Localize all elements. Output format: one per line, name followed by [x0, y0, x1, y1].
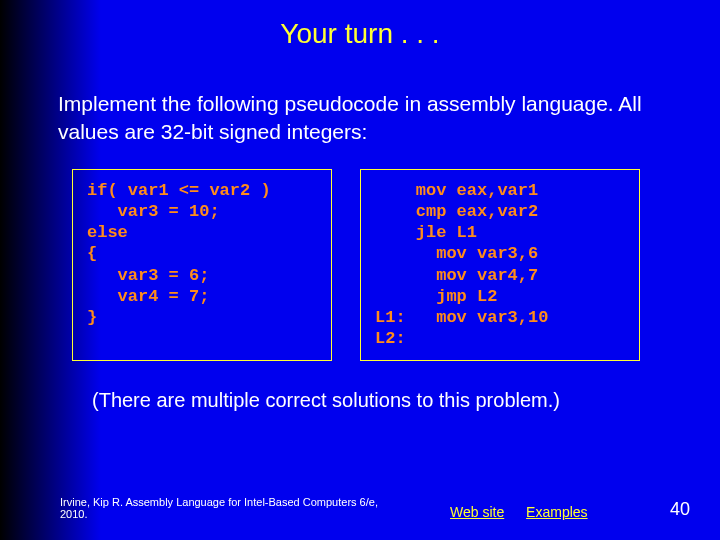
examples-link[interactable]: Examples — [526, 504, 587, 520]
page-number: 40 — [670, 499, 690, 520]
note-text: (There are multiple correct solutions to… — [92, 389, 662, 412]
footer: Irvine, Kip R. Assembly Language for Int… — [60, 496, 700, 520]
website-link[interactable]: Web site — [450, 504, 504, 520]
pseudocode-box: if( var1 <= var2 ) var3 = 10; else { var… — [72, 169, 332, 361]
footer-links: Web site Examples — [390, 504, 700, 520]
slide-title: Your turn . . . — [0, 0, 720, 50]
assembly-box: mov eax,var1 cmp eax,var2 jle L1 mov var… — [360, 169, 640, 361]
footer-citation: Irvine, Kip R. Assembly Language for Int… — [60, 496, 390, 520]
intro-text: Implement the following pseudocode in as… — [58, 90, 662, 147]
slide: Your turn . . . Implement the following … — [0, 0, 720, 540]
code-row: if( var1 <= var2 ) var3 = 10; else { var… — [72, 169, 662, 361]
